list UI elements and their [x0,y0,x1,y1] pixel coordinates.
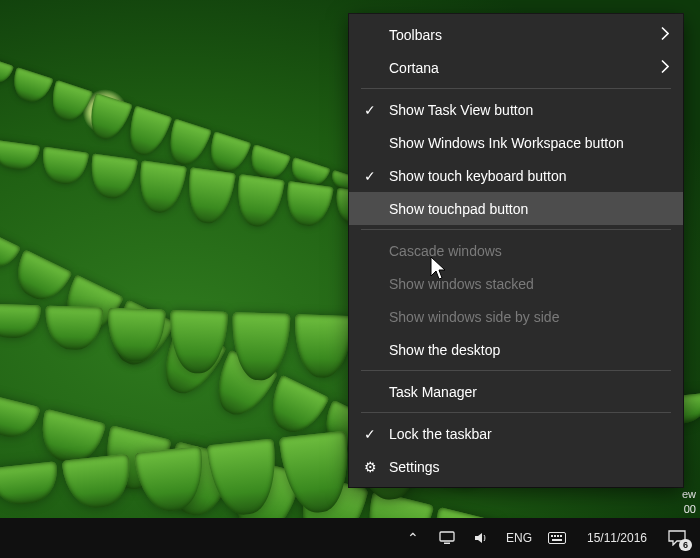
ctx-item-label: Show touch keyboard button [389,168,566,184]
tray-clock[interactable]: 15/11/2016 [574,518,660,558]
tray-language[interactable]: ENG [498,518,540,558]
svg-rect-3 [551,535,553,537]
check-icon: ✓ [361,102,379,118]
ctx-item-show-touch-keyboard-button[interactable]: ✓Show touch keyboard button [349,159,683,192]
ctx-item-settings[interactable]: ⚙Settings [349,450,683,483]
svg-rect-6 [560,535,562,537]
notification-icon: 6 [668,529,686,547]
peek-line-2: 00 [670,502,696,516]
tray-language-code: ENG [506,531,532,545]
ctx-item-show-windows-stacked: Show windows stacked [349,267,683,300]
taskbar-context-menu: ToolbarsCortana✓Show Task View buttonSho… [349,14,683,487]
tray-network-icon[interactable] [430,518,464,558]
svg-rect-7 [552,539,562,541]
svg-rect-2 [549,533,566,544]
gear-icon: ⚙ [361,459,379,475]
svg-rect-1 [444,543,450,545]
taskbar[interactable]: ⌃ ENG 15/11/2016 6 [0,518,700,558]
ctx-separator [361,88,671,89]
ctx-item-label: Toolbars [389,27,442,43]
tray-volume-icon[interactable] [464,518,498,558]
svg-rect-0 [440,532,454,541]
peek-line-1: ew [670,487,696,501]
ctx-item-show-task-view-button[interactable]: ✓Show Task View button [349,93,683,126]
notification-badge: 6 [679,539,692,551]
tray-action-center[interactable]: 6 [660,518,700,558]
check-icon: ✓ [361,168,379,184]
ctx-item-label: Lock the taskbar [389,426,492,442]
ctx-item-label: Cascade windows [389,243,502,259]
svg-rect-4 [554,535,556,537]
chevron-right-icon [661,26,669,43]
ctx-item-show-windows-side-by-side: Show windows side by side [349,300,683,333]
svg-rect-5 [557,535,559,537]
ctx-item-label: Show the desktop [389,342,500,358]
ctx-item-label: Show windows stacked [389,276,534,292]
ctx-item-label: Show touchpad button [389,201,528,217]
speaker-icon [472,529,490,547]
ctx-item-show-windows-ink-workspace-button[interactable]: Show Windows Ink Workspace button [349,126,683,159]
ctx-separator [361,229,671,230]
monitor-icon [438,529,456,547]
ctx-item-label: Show Windows Ink Workspace button [389,135,624,151]
ctx-item-lock-the-taskbar[interactable]: ✓Lock the taskbar [349,417,683,450]
ctx-item-task-manager[interactable]: Task Manager [349,375,683,408]
ctx-item-toolbars[interactable]: Toolbars [349,18,683,51]
ctx-separator [361,412,671,413]
tray-overflow-button[interactable]: ⌃ [396,518,430,558]
background-window-peek: ew 00 [670,487,696,516]
ctx-item-cortana[interactable]: Cortana [349,51,683,84]
chevron-up-icon: ⌃ [404,529,422,547]
ctx-item-label: Settings [389,459,440,475]
chevron-right-icon [661,59,669,76]
tray-ime-icon[interactable] [540,518,574,558]
ctx-item-label: Cortana [389,60,439,76]
ctx-item-cascade-windows: Cascade windows [349,234,683,267]
tray-date: 15/11/2016 [587,531,647,545]
ctx-separator [361,370,671,371]
ctx-item-label: Show Task View button [389,102,533,118]
ctx-item-label: Task Manager [389,384,477,400]
check-icon: ✓ [361,426,379,442]
ctx-item-show-touchpad-button[interactable]: Show touchpad button [349,192,683,225]
keyboard-icon [548,529,566,547]
ctx-item-show-the-desktop[interactable]: Show the desktop [349,333,683,366]
ctx-item-label: Show windows side by side [389,309,559,325]
